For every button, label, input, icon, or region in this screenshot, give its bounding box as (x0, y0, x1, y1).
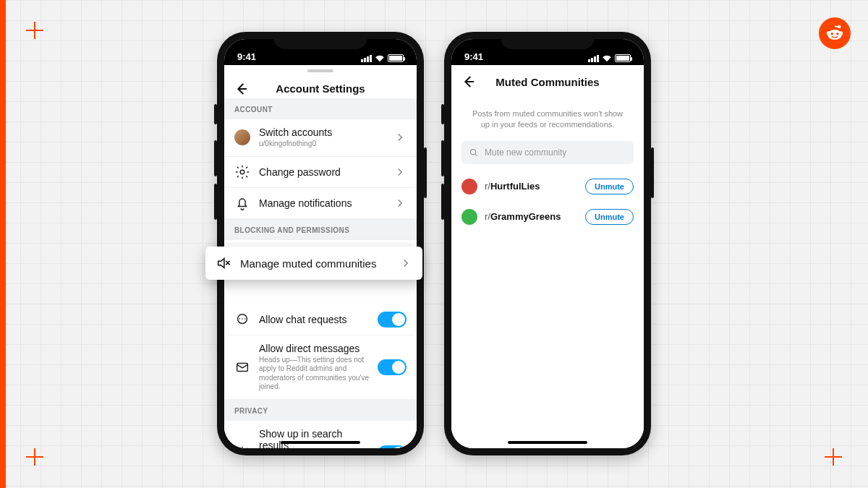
toggle-switch[interactable] (378, 312, 407, 328)
speaker-mute-icon (216, 255, 231, 271)
row-switch-accounts[interactable]: Switch accounts u/0kingofnothing0 (224, 119, 417, 157)
page-title: Account Settings (276, 82, 365, 95)
wifi-icon (375, 55, 385, 62)
row-change-password[interactable]: Change password (224, 157, 417, 188)
chevron-right-icon (393, 197, 407, 210)
home-indicator[interactable] (281, 441, 360, 444)
search-icon (469, 147, 479, 158)
back-button[interactable] (460, 74, 476, 90)
gear-icon (234, 445, 250, 448)
battery-icon (388, 54, 404, 62)
envelope-icon (234, 359, 250, 375)
row-label: Manage muted communities (240, 257, 391, 270)
search-input[interactable]: Mute new community (461, 141, 634, 164)
reddit-logo-icon (819, 17, 851, 49)
row-label: Switch accounts (259, 127, 385, 138)
phone-account-settings: 9:41 Account Settings ACCOUNT Switch acc… (217, 32, 424, 455)
chevron-right-icon (399, 257, 412, 270)
plus-deco-icon (26, 448, 43, 466)
status-bar: 9:41 (451, 39, 644, 65)
cell-signal-icon (588, 55, 599, 62)
back-button[interactable] (233, 81, 249, 97)
avatar (234, 129, 250, 145)
row-allow-dm[interactable]: Allow direct messages Heads up—This sett… (224, 335, 417, 400)
row-sublabel: u/0kingofnothing0 (259, 140, 385, 149)
search-placeholder: Mute new community (485, 147, 566, 158)
plus-deco-icon (26, 22, 43, 39)
svg-point-5 (836, 33, 838, 35)
community-name: r/GrammyGreens (485, 211, 578, 222)
row-label: Manage notifications (259, 197, 385, 209)
toggle-switch[interactable] (378, 359, 407, 375)
community-avatar (461, 179, 477, 194)
chat-icon (234, 312, 250, 328)
svg-point-6 (240, 170, 244, 174)
svg-point-2 (827, 30, 842, 40)
row-label: Change password (259, 166, 385, 178)
status-time: 9:41 (237, 51, 256, 62)
svg-point-12 (471, 149, 476, 154)
home-indicator[interactable] (508, 441, 587, 444)
community-row: r/GrammyGreens Unmute (451, 202, 644, 232)
svg-rect-9 (237, 363, 248, 371)
page-title: Muted Communities (495, 76, 599, 88)
toggle-switch[interactable] (378, 445, 407, 448)
unmute-button[interactable]: Unmute (585, 209, 634, 225)
row-search-results[interactable]: Show up in search results Allow search e… (224, 421, 417, 449)
section-header-account: ACCOUNT (224, 98, 417, 119)
community-avatar (461, 209, 477, 225)
section-header-blocking: BLOCKING AND PERMISSIONS (224, 219, 417, 240)
row-sublabel: Heads up—This setting does not apply to … (259, 356, 369, 392)
row-label: Allow chat requests (259, 314, 369, 325)
chevron-right-icon (393, 131, 407, 144)
row-manage-notifications[interactable]: Manage notifications (224, 188, 417, 219)
plus-deco-icon (825, 448, 842, 466)
bell-icon (234, 195, 250, 211)
chevron-right-icon (393, 166, 407, 179)
row-allow-chat[interactable]: Allow chat requests (224, 304, 417, 335)
status-time: 9:41 (464, 51, 483, 62)
section-header-privacy: PRIVACY (224, 400, 417, 421)
svg-point-4 (831, 33, 833, 35)
cell-signal-icon (361, 55, 372, 62)
muted-description: Posts from muted communities won't show … (451, 98, 644, 138)
muted-content: Posts from muted communities won't show … (451, 98, 644, 448)
community-row: r/HurtfulLies Unmute (451, 171, 644, 202)
community-name: r/HurtfulLies (485, 181, 578, 192)
brand-accent-bar (0, 0, 6, 488)
wifi-icon (602, 55, 612, 62)
gear-icon (234, 164, 250, 180)
status-bar: 9:41 (224, 39, 417, 65)
row-label: Allow direct messages (259, 343, 369, 354)
unmute-button[interactable]: Unmute (585, 179, 634, 194)
row-label: Show up in search results (259, 428, 369, 449)
phone-muted-communities: 9:41 Muted Communities Posts from muted … (444, 32, 651, 455)
battery-icon (615, 54, 631, 62)
row-muted-communities[interactable]: Manage muted communities (205, 247, 422, 280)
nav-header: Muted Communities (451, 65, 644, 98)
